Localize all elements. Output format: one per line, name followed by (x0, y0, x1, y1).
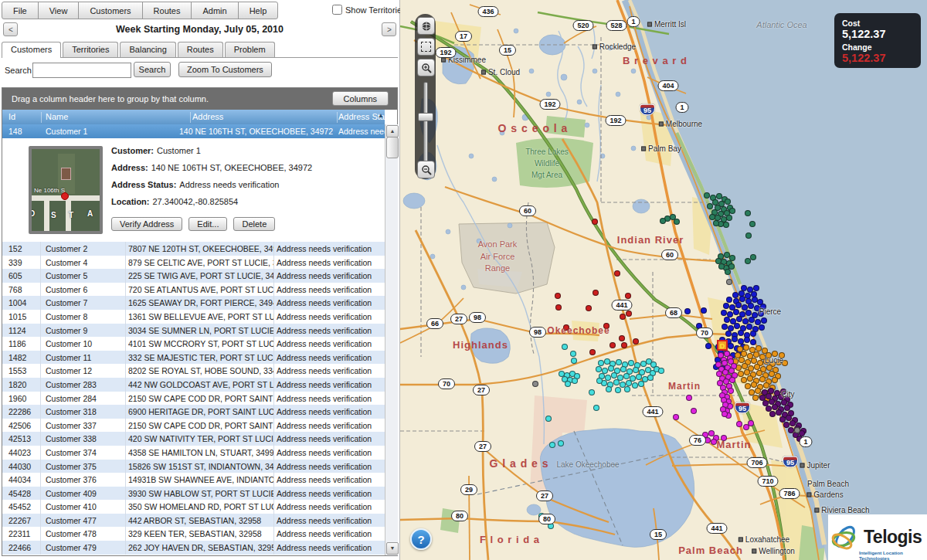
customer-dot-cyan[interactable] (545, 416, 552, 422)
column-divider[interactable] (190, 112, 191, 123)
customer-dot-green[interactable] (718, 263, 725, 270)
customer-dot-red[interactable] (555, 304, 562, 311)
edit-button[interactable]: Edit... (188, 217, 227, 231)
menu-item-view[interactable]: View (38, 2, 80, 19)
customer-dot-green[interactable] (704, 192, 710, 199)
customer-dot-cyan[interactable] (636, 374, 642, 380)
customer-dot-cyan[interactable] (549, 442, 555, 448)
customer-dot-blue[interactable] (749, 317, 755, 323)
customer-dot-cyan[interactable] (558, 440, 564, 446)
customer-dot-orange[interactable] (742, 363, 748, 369)
customer-dot-red[interactable] (589, 349, 596, 355)
customer-dot-blue[interactable] (750, 331, 756, 337)
table-row[interactable]: 1960Customer 2842150 SW CAPE COD DR, POR… (2, 392, 385, 406)
table-row[interactable]: 605Customer 5225 SE TWIG AVE, PORT ST LU… (2, 269, 385, 283)
customer-dot-green[interactable] (660, 218, 666, 224)
customer-dot-blue[interactable] (701, 307, 707, 314)
customer-dot-magenta[interactable] (691, 408, 697, 414)
customer-dot-magenta[interactable] (736, 421, 742, 427)
customer-dot-green[interactable] (725, 269, 731, 275)
customer-dot-blue[interactable] (734, 323, 740, 329)
customer-dot-blue[interactable] (745, 310, 752, 316)
table-row[interactable]: 22311Customer 478329 KEEN TER, SEBASTIAN… (2, 527, 385, 541)
customer-dot-blue[interactable] (732, 292, 739, 298)
menu-item-help[interactable]: Help (238, 2, 279, 19)
customer-dot-blue[interactable] (732, 336, 738, 342)
tab-balancing[interactable]: Balancing (120, 42, 175, 57)
customer-dot-red[interactable] (621, 342, 627, 348)
customer-dot-red[interactable] (620, 314, 626, 320)
customer-dot-green[interactable] (726, 215, 732, 221)
table-row[interactable]: 44034Customer 37614931B SW SHAWNEE AVE, … (2, 473, 385, 487)
customer-dot-cyan[interactable] (606, 386, 612, 392)
customer-dot-blue[interactable] (736, 316, 742, 322)
customer-dot-red[interactable] (593, 290, 599, 296)
table-row[interactable]: 44023Customer 3744358 SE HAMILTON LN, ST… (2, 446, 385, 460)
customer-dot-orange[interactable] (741, 351, 747, 357)
show-territories-checkbox[interactable] (332, 5, 342, 15)
table-row[interactable]: 22466Customer 479262 JOY HAVEN DR, SEBAS… (2, 541, 385, 555)
map-canvas[interactable]: D O s c e o l aB r e v a r dIndian River… (400, 0, 927, 560)
customer-dot-magenta[interactable] (748, 420, 754, 426)
customer-dot-cyan[interactable] (593, 405, 599, 411)
customer-dot-blue[interactable] (724, 317, 730, 323)
customer-dot-gray[interactable] (794, 427, 800, 433)
customer-dot-orange[interactable] (739, 357, 745, 363)
table-row[interactable]: 1124Customer 93034 SE SUMNER LN, PORT ST… (2, 324, 385, 338)
customer-dot-blue[interactable] (761, 317, 767, 324)
table-row[interactable]: 45452Customer 410350 SW HOMELAND RD, POR… (2, 500, 385, 514)
zoom-out-button[interactable] (417, 161, 435, 178)
table-row[interactable]: 1004Customer 71625 SEAWAY DR, FORT PIERC… (2, 296, 385, 310)
customer-dot-cyan[interactable] (628, 360, 634, 366)
customer-dot-cyan[interactable] (615, 387, 621, 393)
customer-dot-blue[interactable] (738, 330, 744, 336)
customer-dot-orange[interactable] (756, 370, 762, 376)
sort-ascending-icon[interactable]: ▲ (378, 112, 384, 119)
customer-dot-cyan[interactable] (620, 366, 626, 372)
column-header-id[interactable]: Id (8, 112, 15, 121)
customer-dot-cyan[interactable] (596, 378, 603, 384)
customer-dot-green[interactable] (725, 199, 731, 205)
customer-dot-blue[interactable] (735, 302, 742, 308)
customer-dot-blue[interactable] (726, 297, 732, 303)
customer-dot-cyan[interactable] (633, 367, 639, 373)
customer-dot-blue[interactable] (748, 303, 754, 309)
search-button[interactable]: Search (134, 62, 171, 77)
customer-dot-blue[interactable] (722, 324, 728, 330)
selected-table-row[interactable]: 148 Customer 1 140 NE 106TH ST, OKEECHOB… (2, 124, 385, 138)
menu-item-routes[interactable]: Routes (142, 2, 192, 19)
customer-dot-blue[interactable] (744, 337, 750, 343)
customer-dot-orange[interactable] (745, 383, 751, 389)
table-row[interactable]: 1015Customer 81361 SW BELLEVUE AVE, PORT… (2, 310, 385, 324)
address-map-thumbnail[interactable]: Ne 106th S D S T A (29, 146, 103, 234)
delete-button[interactable]: Delete (233, 217, 275, 231)
customer-dot-gray[interactable] (726, 279, 732, 285)
zoom-slider-track[interactable] (423, 82, 428, 162)
customer-dot-blue[interactable] (750, 339, 756, 345)
customer-dot-blue[interactable] (746, 324, 752, 330)
customer-dot-cyan[interactable] (608, 365, 614, 372)
customer-dot-red[interactable] (592, 219, 598, 225)
customer-dot-green[interactable] (749, 221, 756, 227)
customer-dot-red[interactable] (625, 293, 631, 299)
customer-dot-orange[interactable] (747, 375, 753, 382)
table-row[interactable]: 42513Customer 338420 SW NATIVITY TER, PO… (2, 432, 385, 446)
zoom-to-customers-button[interactable]: Zoom To Customers (178, 62, 272, 77)
customer-dot-orange[interactable] (752, 395, 759, 401)
customer-dot-gray[interactable] (532, 381, 538, 387)
customer-dot-magenta[interactable] (686, 395, 692, 401)
customer-dot-red[interactable] (633, 338, 639, 344)
customer-dot-magenta[interactable] (673, 414, 679, 420)
customer-dot-blue[interactable] (723, 303, 729, 309)
customer-dot-orange[interactable] (751, 382, 757, 388)
customer-dot-blue[interactable] (725, 331, 732, 337)
help-button[interactable]: ? (410, 528, 432, 550)
tab-problem[interactable]: Problem (225, 42, 275, 57)
customer-dot-cyan[interactable] (572, 378, 578, 384)
scroll-down-icon[interactable]: ▼ (386, 542, 399, 555)
group-by-bar[interactable]: Drag a column header here to group by th… (2, 88, 397, 110)
table-row[interactable]: 22286Customer 3186900 HERITAGE DR, PORT … (2, 405, 385, 419)
customer-dot-blue[interactable] (705, 343, 711, 349)
customer-dot-red[interactable] (619, 335, 625, 341)
customer-dot-blue[interactable] (733, 309, 739, 315)
